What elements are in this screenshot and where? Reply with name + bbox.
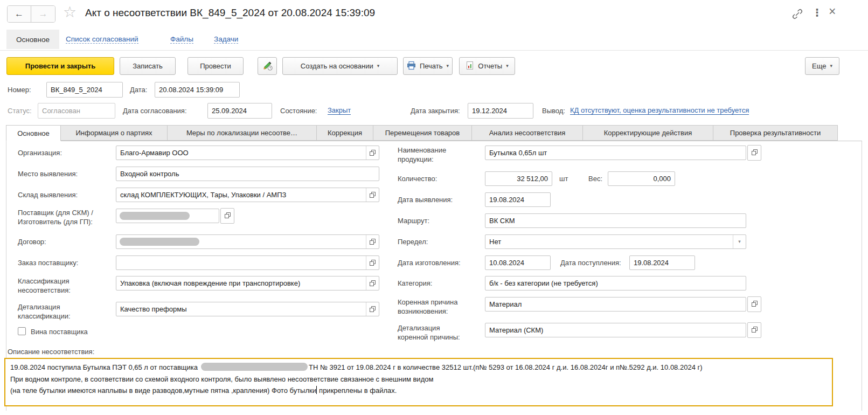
root-cause-open-button[interactable]	[747, 296, 761, 312]
back-button[interactable]: ←	[8, 6, 31, 22]
app-window: ← → ☆ Акт о несоответствии ВК_849_5_2024…	[0, 0, 868, 415]
contract-field[interactable]	[116, 234, 379, 249]
approval-date-field[interactable]: 25.09.2024	[207, 103, 272, 119]
open-icon[interactable]	[366, 235, 379, 248]
detection-warehouse-label: Склад выявления:	[18, 191, 78, 199]
create-based-on-button[interactable]: Создать на основании ▾	[282, 57, 398, 75]
approval-date-value: 25.09.2024	[208, 107, 272, 115]
supplier-open-button[interactable]	[220, 208, 234, 224]
nav-item-approvals[interactable]: Список согласований	[66, 35, 138, 44]
description-line-2: При водном контроле, в соответствии со с…	[10, 374, 827, 385]
tab-nonconformity-analysis[interactable]: Анализ несоответствия	[472, 125, 583, 141]
change-status-button[interactable]	[258, 57, 277, 75]
route-label: Маршрут:	[398, 217, 429, 225]
close-date-value: 19.12.2024	[468, 107, 533, 115]
kebab-menu-icon[interactable]: ⋮	[812, 6, 822, 19]
link-icon[interactable]	[791, 8, 804, 23]
tab-batch-info[interactable]: Информация о партиях	[61, 125, 168, 141]
tab-effectiveness-check[interactable]: Проверка результативности	[713, 125, 838, 141]
organization-field[interactable]: Благо-Армавир ООО	[116, 146, 379, 160]
product-name-field[interactable]: Бутылка 0,65л шт	[485, 146, 746, 160]
close-icon[interactable]: ×	[829, 4, 836, 19]
tab-main[interactable]: Основное	[6, 125, 61, 141]
description-line-1: 19.08.2024 поступила Бутылка ПЭТ 0,65 л …	[10, 362, 827, 374]
open-icon[interactable]	[366, 256, 379, 269]
number-value: ВК_849_5_2024	[47, 86, 122, 94]
tab-corrective-actions[interactable]: Корректирующие действия	[583, 125, 713, 141]
conclusion-link[interactable]: КД отсутствуют, оценка результативности …	[570, 106, 749, 115]
favorite-star-icon[interactable]: ☆	[63, 3, 77, 21]
root-cause-field[interactable]: Материал	[485, 297, 746, 312]
dropdown-button[interactable]: ▾	[733, 235, 746, 248]
manufacture-date-field[interactable]: 10.08.2024	[485, 255, 551, 270]
detection-date-field[interactable]: 19.08.2024	[485, 192, 551, 207]
quantity-field[interactable]: 32 512,00	[485, 171, 552, 186]
stage-field[interactable]: Нет ▾	[485, 234, 746, 249]
chevron-down-icon: ▾	[506, 64, 509, 68]
post-and-close-button[interactable]: Провести и закрыть	[6, 57, 114, 75]
tab-goods-movement[interactable]: Перемещения товаров	[373, 125, 472, 141]
header-divider	[0, 50, 868, 51]
open-icon[interactable]	[366, 302, 379, 316]
redacted-value	[201, 363, 308, 371]
redacted-value	[120, 212, 190, 220]
number-field[interactable]: ВК_849_5_2024	[46, 82, 123, 98]
nav-item-tasks[interactable]: Задачи	[214, 35, 238, 44]
close-date-field[interactable]: 19.12.2024	[468, 103, 533, 119]
weight-field[interactable]: 0,000	[608, 171, 675, 186]
classification-label-line1: Классификация	[18, 277, 70, 285]
supplier-order-field[interactable]	[116, 255, 379, 270]
more-label: Еще	[812, 62, 826, 70]
classification-detail-label-line2: классификации:	[18, 312, 71, 320]
save-button[interactable]: Записать	[120, 57, 176, 75]
date-field[interactable]: 20.08.2024 15:39:09	[155, 82, 240, 98]
detection-place-field[interactable]: Входной контроль	[116, 167, 379, 181]
reports-button[interactable]: Отчеты ▾	[459, 57, 515, 75]
open-icon[interactable]	[366, 188, 379, 202]
post-label: Провести	[200, 62, 231, 70]
product-name-value: Бутылка 0,65л шт	[485, 149, 746, 157]
tab-correction[interactable]: Коррекция	[317, 125, 373, 141]
detection-place-value: Входной контроль	[116, 170, 379, 178]
print-button[interactable]: Печать ▾	[403, 57, 453, 75]
supplier-label-line1: Поставщик (для СКМ) /	[18, 209, 93, 217]
open-icon	[224, 211, 231, 221]
nav-item-main[interactable]: Основное	[6, 30, 59, 49]
status-field: Согласован	[38, 103, 115, 119]
save-label: Записать	[133, 62, 163, 70]
page-title: Акт о несоответствии ВК_849_5_2024 от 20…	[85, 7, 375, 19]
supplier-fault-checkbox[interactable]	[18, 327, 26, 335]
open-icon[interactable]	[366, 276, 379, 290]
more-button[interactable]: Еще ▾	[805, 57, 839, 75]
chevron-down-icon: ▾	[738, 239, 741, 244]
detection-warehouse-field[interactable]: склад КОМПЛЕКТУЮЩИХ, Тары, Упаковки / АМ…	[116, 188, 379, 202]
nav-item-files[interactable]: Файлы	[170, 35, 193, 44]
post-button[interactable]: Провести	[188, 57, 244, 75]
detection-place-label: Место выявления:	[18, 170, 78, 178]
forward-button[interactable]: →	[31, 6, 55, 22]
route-field[interactable]: ВК СКМ	[485, 213, 746, 228]
category-field[interactable]: б/к - без категории (не требуется)	[485, 276, 746, 290]
root-cause-detail-open-button[interactable]	[747, 322, 761, 338]
report-chart-icon	[466, 61, 474, 72]
receipt-date-field[interactable]: 19.08.2024	[629, 255, 695, 270]
open-icon[interactable]	[366, 146, 379, 160]
root-cause-label-line2: возникновения:	[398, 307, 448, 315]
root-cause-detail-field[interactable]: Материал (СКМ)	[485, 323, 746, 337]
detection-date-label: Дата выявления:	[398, 196, 453, 204]
tab-pane-right-border	[862, 141, 862, 411]
classification-value: Упаковка (включая повреждение при трансп…	[116, 279, 366, 287]
reports-label: Отчеты	[478, 62, 502, 70]
description-textarea[interactable]: 19.08.2024 поступила Бутылка ПЭТ 0,65 л …	[4, 358, 833, 406]
supplier-fault-label: Вина поставщика	[31, 328, 88, 336]
route-value: ВК СКМ	[485, 217, 746, 225]
classification-detail-field[interactable]: Качество преформы	[116, 302, 379, 316]
stage-label: Передел:	[398, 238, 428, 246]
number-label: Номер:	[8, 86, 31, 94]
product-name-open-button[interactable]	[747, 145, 761, 161]
tab-localization-measures[interactable]: Меры по локализации несоотве…	[168, 125, 317, 141]
supplier-field[interactable]	[116, 209, 219, 223]
classification-field[interactable]: Упаковка (включая повреждение при трансп…	[116, 276, 379, 290]
chevron-down-icon: ▾	[830, 64, 832, 68]
state-link[interactable]: Закрыт	[328, 106, 351, 115]
